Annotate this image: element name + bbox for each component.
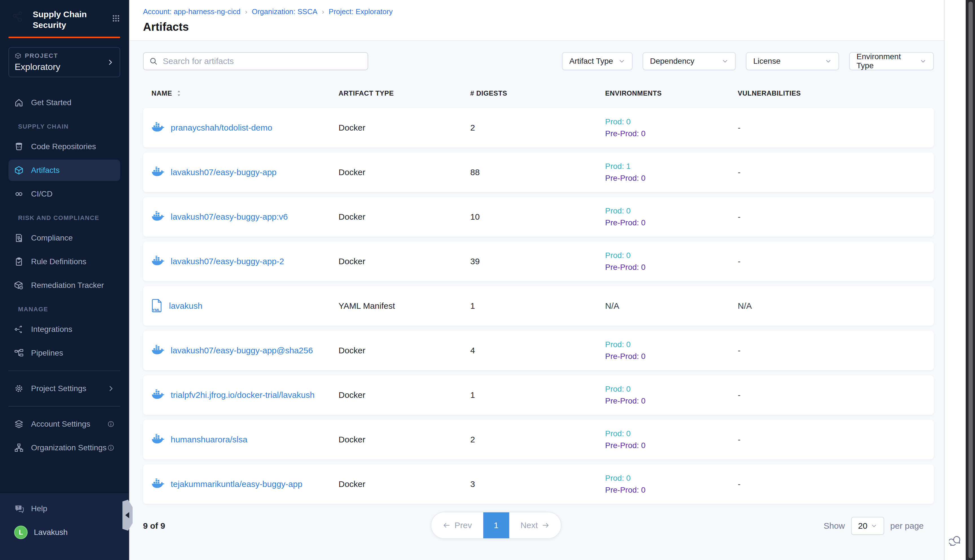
column-header-environments: ENVIRONMENTS [605,89,738,97]
digests-cell: 2 [470,123,605,133]
prod-env-link[interactable]: Prod: 1 [605,160,738,172]
artifact-name-link[interactable]: lavakush07/easy-buggy-app@sha256 [171,346,313,355]
preprod-env-link[interactable]: Pre-Prod: 0 [605,172,738,184]
environment-type-dropdown[interactable]: Environment Type [849,52,934,70]
sidebar-item-rule-definitions[interactable]: Rule Definitions [8,251,120,272]
license-dropdown[interactable]: License [746,52,839,70]
scrollbar-thumb[interactable] [968,2,973,558]
preprod-env-link[interactable]: Pre-Prod: 0 [605,217,738,229]
environments-cell: Prod: 0Pre-Prod: 0 [605,205,738,229]
preprod-env-link[interactable]: Pre-Prod: 0 [605,262,738,273]
sidebar-item-account-settings[interactable]: Account Settings [8,413,120,435]
sidebar-item-artifacts[interactable]: Artifacts [8,160,120,181]
artifact-type-cell: Docker [339,479,470,489]
next-label: Next [521,520,538,530]
sidebar-item-compliance[interactable]: Compliance [8,227,120,249]
column-header-digests: # DIGESTS [470,89,605,97]
prod-env-link[interactable]: Prod: 0 [605,116,738,128]
sidebar-item-integrations[interactable]: Integrations [8,318,120,340]
per-page-select[interactable]: 20 [851,517,884,535]
sidebar-item-help[interactable]: Help [14,503,115,514]
prod-env-link[interactable]: Prod: 0 [605,338,738,350]
prod-env-link[interactable]: Prod: 0 [605,383,738,395]
preprod-env-link[interactable]: Pre-Prod: 0 [605,440,738,452]
next-page-button[interactable]: Next [509,512,561,538]
dependency-dropdown[interactable]: Dependency [643,52,736,70]
home-icon [14,98,24,107]
page-number-button[interactable]: 1 [483,512,509,538]
artifact-type-cell: Docker [339,435,470,444]
table-row[interactable]: pranaycshah/todolist-demo Docker 2 Prod:… [143,108,934,147]
user-menu[interactable]: L Lavakush [14,526,115,539]
artifact-type-cell: Docker [339,390,470,400]
name-cell: lavakush [152,299,339,313]
artifact-name-link[interactable]: lavakush07/easy-buggy-app [171,167,277,177]
per-page-label: per page [890,521,924,531]
module-grid-icon[interactable] [112,14,120,23]
sidebar-item-ci-cd[interactable]: CI/CD [8,183,120,205]
environments-cell: Prod: 0Pre-Prod: 0 [605,338,738,362]
table-row[interactable]: tejakummarikuntla/easy-buggy-app Docker … [143,464,934,504]
infinity-icon [14,189,24,199]
artifact-name-link[interactable]: pranaycshah/todolist-demo [171,123,272,133]
artifact-name-link[interactable]: trialpfv2hi.jfrog.io/docker-trial/lavaku… [171,390,315,400]
artifact-name-link[interactable]: humanshuarora/slsa [171,435,247,444]
chevron-down-icon [825,58,832,65]
table-row[interactable]: lavakush07/easy-buggy-app Docker 88 Prod… [143,153,934,192]
org-icon [14,443,24,453]
name-cell: trialpfv2hi.jfrog.io/docker-trial/lavaku… [152,389,339,401]
table-row[interactable]: lavakush07/easy-buggy-app:v6 Docker 10 P… [143,197,934,237]
breadcrumb-separator: › [322,8,324,16]
prev-page-button[interactable]: Prev [431,512,483,538]
sidebar-item-get-started[interactable]: Get Started [8,92,120,113]
sidebar-item-pipelines[interactable]: Pipelines [8,342,120,364]
gear-icon [14,384,24,393]
artifact-name-link[interactable]: lavakush07/easy-buggy-app-2 [171,257,284,266]
page-header: Account: app-harness-ng-cicd › Organizat… [130,0,944,41]
name-cell: humanshuarora/slsa [152,434,339,445]
project-cube-icon [15,52,22,59]
breadcrumb-organization-link[interactable]: Organization: SSCA [252,7,317,16]
cube-icon [14,165,24,175]
column-header-name[interactable]: NAME [152,89,339,97]
preprod-env-link[interactable]: Pre-Prod: 0 [605,484,738,496]
search-input[interactable] [143,52,368,70]
brand-title: Supply Chain Security [33,9,112,30]
chevron-down-icon [722,58,728,65]
artifact-name-link[interactable]: lavakush [169,301,202,311]
artifact-name-link[interactable]: lavakush07/easy-buggy-app:v6 [171,212,288,222]
avatar: L [14,526,28,539]
table-row[interactable]: lavakush07/easy-buggy-app-2 Docker 39 Pr… [143,242,934,281]
sidebar-bottom-rail: Help L Lavakush [0,492,129,560]
table-row[interactable]: humanshuarora/slsa Docker 2 Prod: 0Pre-P… [143,420,934,459]
prod-env-link[interactable]: Prod: 0 [605,472,738,484]
sidebar-item-remediation-tracker[interactable]: Remediation Tracker [8,275,120,296]
breadcrumb-account-link[interactable]: Account: app-harness-ng-cicd [143,7,240,16]
artifact-name-link[interactable]: tejakummarikuntla/easy-buggy-app [171,479,302,489]
vulnerabilities-cell: - [738,167,934,177]
artifact-type-dropdown[interactable]: Artifact Type [562,52,633,70]
support-chat-icon[interactable] [949,535,962,547]
project-selector[interactable]: PROJECT Exploratory [8,47,120,77]
prev-label: Prev [454,520,472,530]
supply-chain-security-logo-icon [8,9,27,28]
nav-section-supply-chain: SUPPLY CHAIN [18,123,120,130]
sort-icon[interactable] [176,90,182,97]
show-label: Show [824,521,845,531]
project-label: PROJECT [25,52,58,60]
preprod-env-link[interactable]: Pre-Prod: 0 [605,350,738,362]
prod-env-link[interactable]: Prod: 0 [605,205,738,217]
vulnerabilities-cell: - [738,390,934,400]
table-row[interactable]: lavakush YAML Manifest 1 N/A N/A [143,286,934,326]
table-row[interactable]: lavakush07/easy-buggy-app@sha256 Docker … [143,331,934,370]
preprod-env-link[interactable]: Pre-Prod: 0 [605,128,738,140]
sidebar-item-project-settings[interactable]: Project Settings [8,378,120,399]
chevron-down-icon [871,523,877,529]
breadcrumb-project-link[interactable]: Project: Exploratory [329,7,393,16]
sidebar-item-organization-settings[interactable]: Organization Settings [8,437,120,458]
sidebar-item-code-repositories[interactable]: Code Repositories [8,136,120,157]
prod-env-link[interactable]: Prod: 0 [605,250,738,262]
prod-env-link[interactable]: Prod: 0 [605,428,738,440]
table-row[interactable]: trialpfv2hi.jfrog.io/docker-trial/lavaku… [143,375,934,415]
preprod-env-link[interactable]: Pre-Prod: 0 [605,395,738,407]
